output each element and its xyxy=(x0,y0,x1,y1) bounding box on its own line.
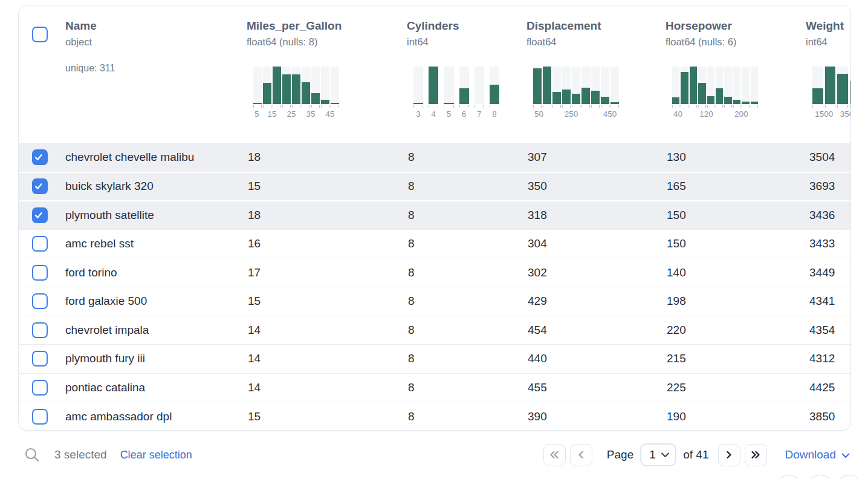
cell-displacement: 440 xyxy=(526,352,666,365)
table-row: plymouth fury iii1484402154312 xyxy=(19,344,850,373)
row-checkbox[interactable] xyxy=(32,322,48,338)
histogram-bars xyxy=(672,67,758,104)
cell-name: ford torino xyxy=(65,266,247,279)
cell-name: chevrolet chevelle malibu xyxy=(65,151,247,164)
histogram-miles_per_gallon[interactable]: 515253545 xyxy=(253,67,339,119)
row-checkbox[interactable] xyxy=(32,178,48,194)
table-row: amc ambassador dpl1583901903850 xyxy=(19,402,850,431)
histogram-tick-labels: 40120200 xyxy=(672,109,758,119)
last-page-button[interactable] xyxy=(745,444,767,466)
cell-horsepower: 198 xyxy=(666,295,806,308)
cell-displacement: 304 xyxy=(526,237,666,250)
cell-miles_per_gallon: 14 xyxy=(247,352,407,365)
cell-cylinders: 8 xyxy=(407,151,526,164)
cell-horsepower: 220 xyxy=(666,324,806,337)
page-label: Page xyxy=(607,448,633,461)
column-type: float64 (nulls: 8) xyxy=(247,35,407,48)
column-header-displacement[interactable]: Displacementfloat6450250450 xyxy=(526,5,666,143)
table-row: ford torino1783021403449 xyxy=(19,258,850,287)
double-chevron-right-icon xyxy=(750,450,762,460)
histogram-cylinders[interactable]: 345678 xyxy=(413,67,499,119)
column-unique-count: unique: 311 xyxy=(65,63,247,74)
table-row: chevrolet impala1484542204354 xyxy=(19,316,850,345)
cell-miles_per_gallon: 17 xyxy=(247,266,407,279)
cell-displacement: 454 xyxy=(526,324,666,337)
row-checkbox[interactable] xyxy=(32,265,48,281)
cell-weight: 3693 xyxy=(806,180,850,193)
cell-horsepower: 150 xyxy=(666,209,806,222)
cell-horsepower: 225 xyxy=(666,381,806,394)
table-row: ford galaxie 5001584291984341 xyxy=(19,287,850,316)
row-checkbox-cell xyxy=(19,380,65,396)
histogram-weight[interactable]: 15003500 xyxy=(812,67,851,119)
clear-selection-link[interactable]: Clear selection xyxy=(120,449,192,461)
table-row: pontiac catalina1484552254425 xyxy=(19,373,850,402)
histogram-bars xyxy=(413,67,499,104)
cell-cylinders: 8 xyxy=(407,352,526,365)
cell-name: plymouth satellite xyxy=(65,209,247,222)
cell-displacement: 390 xyxy=(526,410,666,423)
row-checkbox[interactable] xyxy=(32,409,48,425)
prev-page-button[interactable] xyxy=(570,444,592,466)
search-icon[interactable] xyxy=(24,447,40,463)
double-chevron-left-icon xyxy=(548,450,560,460)
page-select[interactable]: 1 xyxy=(640,443,676,466)
histogram-tick-labels: 345678 xyxy=(413,109,499,119)
column-header-name[interactable]: Nameobjectunique: 311 xyxy=(65,5,247,143)
column-header-miles_per_gallon[interactable]: Miles_per_Gallonfloat64 (nulls: 8)515253… xyxy=(247,5,407,143)
row-checkbox[interactable] xyxy=(32,236,48,252)
cell-weight: 3433 xyxy=(806,237,850,250)
cell-name: plymouth fury iii xyxy=(65,352,247,365)
row-checkbox-cell xyxy=(19,149,65,165)
cell-horsepower: 130 xyxy=(666,151,806,164)
histogram-displacement[interactable]: 50250450 xyxy=(533,67,619,119)
cell-name: pontiac catalina xyxy=(65,381,247,394)
table-row: buick skylark 3201583501653693 xyxy=(19,172,850,201)
histogram-ticks xyxy=(253,105,339,108)
row-checkbox[interactable] xyxy=(32,293,48,309)
row-checkbox[interactable] xyxy=(32,351,48,367)
column-header-horsepower[interactable]: Horsepowerfloat64 (nulls: 6)40120200 xyxy=(666,5,806,143)
row-checkbox[interactable] xyxy=(32,207,48,223)
column-title: Displacement xyxy=(526,19,666,33)
histogram-horsepower[interactable]: 40120200 xyxy=(672,67,758,119)
column-header-cylinders[interactable]: Cylindersint64345678 xyxy=(407,5,526,143)
column-type: float64 (nulls: 6) xyxy=(666,35,806,48)
cell-cylinders: 8 xyxy=(407,381,526,394)
cell-horsepower: 215 xyxy=(666,352,806,365)
column-type: int64 xyxy=(407,35,526,48)
cell-displacement: 429 xyxy=(526,295,666,308)
histogram-tick-labels: 15003500 xyxy=(812,109,851,119)
column-title: Cylinders xyxy=(407,19,526,33)
cell-horsepower: 150 xyxy=(666,237,806,250)
cell-miles_per_gallon: 15 xyxy=(247,295,407,308)
cell-weight: 3436 xyxy=(806,209,850,222)
column-type: int64 xyxy=(806,35,851,48)
cell-cylinders: 8 xyxy=(407,209,526,222)
download-button[interactable]: Download xyxy=(785,448,850,461)
cell-weight: 3449 xyxy=(806,266,850,279)
cell-weight: 4341 xyxy=(806,295,850,308)
row-checkbox-cell xyxy=(19,207,65,223)
cell-cylinders: 8 xyxy=(407,266,526,279)
row-checkbox-cell xyxy=(19,322,65,338)
row-checkbox[interactable] xyxy=(32,380,48,396)
check-icon xyxy=(33,181,44,192)
chevron-down-icon xyxy=(661,452,670,458)
select-all-checkbox[interactable] xyxy=(32,27,48,42)
first-page-button[interactable] xyxy=(543,444,566,466)
cell-miles_per_gallon: 16 xyxy=(247,237,407,250)
column-header-weight[interactable]: Weightint6415003500 xyxy=(806,5,851,143)
table-header: Nameobjectunique: 311Miles_per_Gallonflo… xyxy=(19,5,850,143)
next-page-button[interactable] xyxy=(718,444,740,466)
cell-weight: 4425 xyxy=(806,381,850,394)
row-checkbox[interactable] xyxy=(32,149,48,165)
cell-cylinders: 8 xyxy=(407,180,526,193)
cell-name: amc rebel sst xyxy=(65,237,247,250)
column-title: Horsepower xyxy=(666,19,806,33)
cell-weight: 4354 xyxy=(806,324,850,337)
histogram-bars xyxy=(812,67,851,104)
row-checkbox-cell xyxy=(19,236,65,252)
cell-miles_per_gallon: 14 xyxy=(247,324,407,337)
cell-displacement: 350 xyxy=(526,180,666,193)
